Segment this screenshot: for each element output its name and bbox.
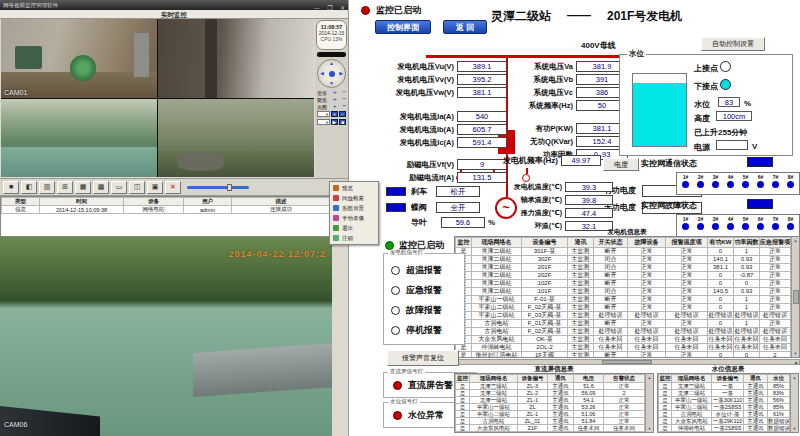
scroll-up-icon[interactable]: ▲ xyxy=(793,375,797,380)
ptz-center-icon[interactable] xyxy=(329,71,335,77)
scroll-down-icon[interactable]: ▼ xyxy=(793,426,797,431)
column-header[interactable]: 设备编号 xyxy=(522,238,568,248)
menu-item[interactable]: 注销 xyxy=(330,233,378,243)
menu-item[interactable]: 回放检索 xyxy=(330,193,378,203)
column-header[interactable]: 设备 xyxy=(124,198,184,206)
ptz-down-icon[interactable]: ▼ xyxy=(329,81,334,86)
table-row[interactable]: 是大余东风电站一基29K110主通讯数据错误 xyxy=(659,418,790,425)
cruise-select[interactable]: ▼ xyxy=(317,119,330,125)
table-row[interactable]: 是平家山一级站ZL主通讯53.26正常 xyxy=(456,404,645,411)
layout-icon-10[interactable]: ✕ xyxy=(165,181,181,194)
minus-icon[interactable]: − xyxy=(342,97,346,102)
table-row[interactable]: 是仲湖岭电站一基2S8S5主通讯数据错误 xyxy=(659,425,790,432)
table-vscrollbar[interactable]: ▲ ▼ xyxy=(791,237,799,357)
volume-slider[interactable] xyxy=(187,186,249,189)
table-row[interactable]: 是灵潭一级站ZL-1主通讯54.1正常 xyxy=(456,397,645,404)
layout-icon-1[interactable]: ■ xyxy=(3,181,19,194)
minus-icon[interactable]: − xyxy=(342,90,346,95)
layout-icon-9[interactable]: ▣ xyxy=(147,181,163,194)
table-row[interactable]: 是灵潭二级站ZL-2主通讯56.092 xyxy=(456,390,645,397)
table-row[interactable]: 是大余东风电站OK-基主监测任务未回任务未回任务未回任务未回任务未回任务未回 xyxy=(456,336,791,344)
video-titlebar[interactable]: 网络视频监控管理软件 — ❐ ✕ xyxy=(0,0,348,10)
table-vscrollbar[interactable]: ▲ ▼ xyxy=(790,374,798,432)
camera-feed-4[interactable] xyxy=(158,99,314,178)
layout-icon-3[interactable]: ▥ xyxy=(39,181,55,194)
table-row[interactable]: 是平家山二级站ZL-1主通讯51.06正常 xyxy=(456,411,645,418)
layout-icon-7[interactable]: ▭ xyxy=(111,181,127,194)
tab-live-view[interactable]: 实时监控 xyxy=(161,11,187,18)
minus-icon[interactable]: − xyxy=(342,104,346,109)
table-row[interactable]: 是灵潭二级站201F主监测闭合正常正常381.10.93正常 xyxy=(456,264,791,272)
column-header[interactable]: 开关状态 xyxy=(594,238,628,248)
menu-item[interactable]: 预览 xyxy=(330,183,378,193)
column-header[interactable]: 通讯 xyxy=(744,375,768,383)
table-row[interactable]: 是灵潭二级站202F主监测断开正常正常0-0.87正常 xyxy=(456,272,791,280)
column-header[interactable]: 现场网络名 xyxy=(470,375,518,383)
scroll-right-icon[interactable]: ▶ xyxy=(795,360,798,365)
column-header[interactable]: 监控 xyxy=(456,375,470,383)
preset-del-button[interactable]: − xyxy=(339,111,346,117)
table-row[interactable]: 是灵潭二级站301F-基主监测断开正常正常01正常 xyxy=(456,248,791,256)
preset-add-button[interactable]: + xyxy=(331,111,338,117)
table-row[interactable]: 是灵潭三级站一基主通讯85% xyxy=(659,383,790,390)
table-row[interactable]: 是平家山二级站F_03天阀-基主监测处理错误处理错误处理错误处理错误处理错误处理… xyxy=(456,312,791,320)
camera-feed-cam06[interactable]: 2014-04-22 12:07:2 CAM06 xyxy=(0,237,332,436)
column-header[interactable]: 应急报警项 xyxy=(760,238,791,248)
column-header[interactable]: 报警温度项 xyxy=(666,238,708,248)
camera-feed-cam01[interactable]: CAM01 xyxy=(1,19,157,98)
cruise-stop-button[interactable]: ■ xyxy=(339,119,346,125)
table-row[interactable]: 是仲湖岭电站Z1F主通讯任务未回任务未回 xyxy=(456,432,645,434)
column-header[interactable]: 现场网络名 xyxy=(672,375,712,383)
column-header[interactable]: 电压 xyxy=(574,375,604,383)
column-header[interactable]: 用户 xyxy=(184,198,232,206)
menu-item[interactable]: 系统设置 xyxy=(330,203,378,213)
column-header[interactable]: 有功KW xyxy=(708,238,734,248)
layout-icon-2[interactable]: ◧ xyxy=(21,181,37,194)
table-vscrollbar[interactable]: ▲ ▼ xyxy=(645,374,653,432)
ptz-up-icon[interactable]: ▲ xyxy=(329,61,334,66)
table-row[interactable]: 是平家山二级站F_02天阀-基主监测断开正常正常01正常 xyxy=(456,304,791,312)
camera-feed-2[interactable] xyxy=(158,19,314,98)
scroll-up-icon[interactable]: ▲ xyxy=(794,238,798,243)
layout-icon-8[interactable]: ◫ xyxy=(129,181,145,194)
column-header[interactable]: 故障设备 xyxy=(628,238,666,248)
table-row[interactable]: 是平家山一级站一基30K110主通讯56% xyxy=(659,397,790,404)
preset-select[interactable]: ▼ xyxy=(317,111,330,117)
column-header[interactable]: 时间 xyxy=(40,198,124,206)
scroll-thumb[interactable] xyxy=(602,360,652,364)
layout-icon-6[interactable]: ▩ xyxy=(93,181,109,194)
column-header[interactable]: 现场网络名 xyxy=(472,238,522,248)
plus-icon[interactable]: + xyxy=(333,97,337,102)
column-header[interactable]: 告警状态 xyxy=(604,375,645,383)
scroll-down-icon[interactable]: ▼ xyxy=(794,351,798,356)
control-page-button[interactable]: 控制界面 xyxy=(375,20,431,34)
energy-button[interactable]: 电度 xyxy=(603,158,639,171)
table-row[interactable]: 是灵潭二级站101F主监测闭合正常正常140.50.93正常 xyxy=(456,288,791,296)
table-row[interactable]: 是古洞电站水位计-基主通讯61% xyxy=(659,411,790,418)
table-row[interactable]: 是仲湖岭电站2OL-2主监测任务未回任务未回任务未回任务未回任务未回任务未回 xyxy=(456,344,791,352)
table-row[interactable]: 是古洞电站F_02天阀-基主监测处理错误处理错误处理错误处理错误处理错误处理错误 xyxy=(456,328,791,336)
scroll-down-icon[interactable]: ▼ xyxy=(648,426,652,431)
ptz-left-icon[interactable]: ◀ xyxy=(320,71,324,76)
camera-feed-3[interactable] xyxy=(1,99,157,178)
column-header[interactable]: 设备编号 xyxy=(518,375,548,383)
column-header[interactable]: 功率因数 xyxy=(734,238,760,248)
column-header[interactable]: 通讯 xyxy=(568,238,594,248)
plus-icon[interactable]: + xyxy=(333,104,337,109)
table-row[interactable]: 是灵潭二级站102F主监测断开正常正常00正常 xyxy=(456,280,791,288)
ptz-joystick[interactable]: ▲ ▼ ◀ ▶ xyxy=(317,59,346,88)
plus-icon[interactable]: + xyxy=(333,90,337,95)
table-row[interactable]: 是灵潭三级站ZL-3主通讯51.6正常 xyxy=(456,383,645,390)
table-row[interactable]: 是古洞电站ZL_01主通讯51.84正常 xyxy=(456,418,645,425)
table-row[interactable]: 是灵潭二级站302F主监测闭合正常正常140.10.93正常 xyxy=(456,256,791,264)
column-header[interactable]: 通讯 xyxy=(548,375,574,383)
scroll-thumb[interactable] xyxy=(793,290,799,304)
alarm-sound-reset-button[interactable]: 报警声音复位 xyxy=(387,350,459,366)
column-header[interactable]: 监控 xyxy=(659,375,672,383)
table-row[interactable]: 是大余东风电站Z1F主通讯任务未回任务未回 xyxy=(456,425,645,432)
table-row[interactable]: 是衡州刘江塔电站1F天阀主监测断开正常正常002 xyxy=(456,352,791,359)
auto-control-button[interactable]: 自动控制设置 xyxy=(701,37,765,51)
column-header[interactable]: 监控 xyxy=(456,238,472,248)
table-row[interactable]: 是灵潭二级站一基主通讯83% xyxy=(659,390,790,397)
back-button[interactable]: 返 回 xyxy=(443,20,487,34)
